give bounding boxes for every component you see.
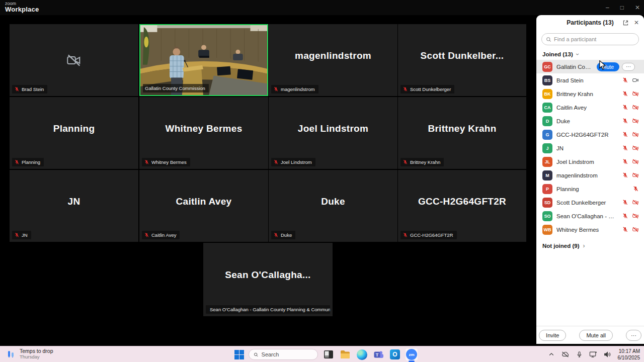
- mic-muted-icon: [403, 86, 408, 92]
- video-tile[interactable]: JN JN: [10, 170, 138, 242]
- participant-row[interactable]: SD Scott Dunkelberger: [536, 196, 644, 209]
- participant-avatar: JL: [542, 157, 552, 167]
- video-tile[interactable]: Caitlin Avey Caitlin Avey: [139, 170, 268, 242]
- participant-row[interactable]: BK Brittney Krahn: [536, 87, 644, 101]
- participant-row[interactable]: M magenlindstrom: [536, 168, 644, 182]
- participant-name: Brittney Krahn: [556, 91, 618, 97]
- participant-search[interactable]: [541, 33, 639, 45]
- tile-label: Brittney Krahn: [410, 159, 440, 165]
- zoom-workplace-logo: zoom Workplace: [5, 2, 39, 13]
- app-icon-dark[interactable]: [323, 348, 335, 360]
- speaker-icon[interactable]: [604, 351, 611, 358]
- participant-more-button[interactable]: ···: [622, 63, 635, 71]
- participant-name: JN: [556, 145, 618, 151]
- video-tile[interactable]: GCC-H2G64GFT2R GCC-H2G64GFT2R: [398, 170, 526, 242]
- panel-more-button[interactable]: ···: [626, 330, 641, 341]
- video-off-icon: [632, 199, 639, 206]
- mic-muted-icon: [273, 86, 279, 92]
- minimize-button[interactable]: –: [606, 4, 609, 11]
- tile-nameplate: Joel Lindstrom: [271, 158, 315, 166]
- logo-workplace-text: Workplace: [5, 6, 39, 13]
- participant-row[interactable]: G GCC-H2G64GFT2R: [536, 128, 644, 141]
- mic-muted-icon: [622, 199, 628, 206]
- tile-nameplate: Sean O'Callaghan - Gallatin County Plann…: [206, 305, 330, 314]
- tile-label: magenlindstrom: [281, 86, 315, 92]
- participant-avatar: G: [542, 130, 552, 140]
- video-off-icon: [632, 118, 639, 124]
- mic-muted-icon: [622, 77, 628, 83]
- participant-name: Duke: [556, 118, 618, 124]
- weather-widget[interactable]: Temps to drop Thursday: [6, 348, 53, 360]
- video-tile[interactable]: Brittney Krahn Brittney Krahn: [398, 97, 526, 169]
- tile-display-name: Duke: [269, 170, 397, 233]
- video-tile[interactable]: Planning Planning: [10, 97, 138, 169]
- not-joined-section-header[interactable]: Not joined (9) ›: [542, 242, 638, 249]
- participant-avatar: M: [542, 170, 552, 180]
- tile-display-name: GCC-H2G64GFT2R: [398, 170, 526, 233]
- joined-section-header[interactable]: Joined (13) ›: [542, 51, 638, 58]
- edge-browser-icon[interactable]: [356, 348, 368, 360]
- mic-muted-icon: [403, 159, 408, 165]
- taskbar-clock[interactable]: 10:17 AM 6/10/2025: [618, 348, 640, 361]
- start-button[interactable]: [234, 350, 244, 359]
- invite-button[interactable]: Invite: [539, 330, 566, 341]
- video-tile[interactable]: Brad Stein: [10, 24, 138, 96]
- microphone-tray-icon[interactable]: [576, 351, 583, 358]
- participant-avatar: BS: [542, 75, 552, 85]
- mic-muted-icon: [273, 159, 279, 165]
- chevron-down-icon: ›: [574, 53, 581, 55]
- mute-all-button[interactable]: Mute all: [579, 330, 613, 341]
- close-panel-icon[interactable]: ✕: [634, 19, 639, 26]
- participant-row[interactable]: SO Sean O'Callaghan - Gallatin Cou...: [536, 209, 644, 223]
- participant-row[interactable]: BS Brad Stein: [536, 73, 644, 87]
- participant-avatar: J: [542, 143, 552, 153]
- participant-row[interactable]: JL Joel Lindstrom: [536, 155, 644, 168]
- tile-display-name: Sean O'Callagha...: [203, 243, 333, 307]
- popout-panel-icon[interactable]: [622, 20, 629, 26]
- participant-row[interactable]: CA Caitlin Avey: [536, 101, 644, 114]
- video-tile[interactable]: magenlindstrom magenlindstrom: [269, 24, 397, 96]
- close-window-button[interactable]: ✕: [635, 4, 640, 11]
- onedrive-paused-icon[interactable]: [561, 351, 570, 358]
- video-tile[interactable]: Gallatin County Commission: [139, 24, 268, 96]
- participant-name: Joel Lindstrom: [556, 159, 618, 165]
- participant-name: Sean O'Callaghan - Gallatin Cou...: [556, 213, 618, 219]
- mic-muted-icon: [144, 232, 149, 238]
- participant-avatar: P: [542, 184, 552, 194]
- tile-label: JN: [22, 232, 28, 238]
- maximize-button[interactable]: □: [620, 4, 624, 11]
- hidden-icons-chevron[interactable]: [548, 351, 554, 357]
- taskbar-search[interactable]: [249, 349, 318, 360]
- outlook-icon[interactable]: O: [389, 348, 401, 360]
- tile-nameplate: Whitney Bermes: [142, 158, 190, 166]
- participant-row[interactable]: P Planning: [536, 182, 644, 196]
- mic-muted-icon: [622, 172, 628, 178]
- network-display-icon[interactable]: [589, 351, 597, 358]
- mic-muted-icon: [622, 213, 628, 219]
- video-tile[interactable]: Sean O'Callagha... Sean O'Callaghan - Ga…: [203, 243, 333, 316]
- video-tile[interactable]: Duke Duke: [269, 170, 397, 242]
- zoom-app-icon[interactable]: zm: [406, 348, 418, 360]
- mic-muted-icon: [622, 104, 628, 111]
- chevron-right-icon: ›: [583, 242, 585, 249]
- tile-display-name: JN: [10, 170, 138, 233]
- mic-muted-icon: [403, 232, 408, 238]
- video-tile[interactable]: Scott Dunkelber... Scott Dunkelberger: [398, 24, 526, 96]
- tile-label: Planning: [22, 159, 40, 165]
- tile-label: Scott Dunkelberger: [410, 86, 451, 92]
- file-explorer-icon[interactable]: [339, 348, 351, 360]
- participant-row[interactable]: WB Whitney Bermes: [536, 223, 644, 236]
- participant-row[interactable]: D Duke: [536, 114, 644, 128]
- video-tile[interactable]: Whitney Bermes Whitney Bermes: [139, 97, 268, 169]
- participant-avatar: GC: [542, 62, 552, 72]
- video-tile[interactable]: Joel Lindstrom Joel Lindstrom: [269, 97, 397, 169]
- video-off-icon: [632, 172, 639, 178]
- participant-row[interactable]: GC Gallatin County... (Host, me) Mute ··…: [536, 60, 644, 73]
- participant-search-input[interactable]: [554, 36, 634, 42]
- tile-nameplate: Brad Stein: [12, 85, 47, 94]
- participant-row[interactable]: J JN: [536, 141, 644, 155]
- mic-muted-icon: [14, 159, 20, 165]
- video-off-icon: [632, 226, 639, 233]
- teams-icon[interactable]: T: [372, 348, 384, 360]
- taskbar-search-input[interactable]: [262, 351, 313, 357]
